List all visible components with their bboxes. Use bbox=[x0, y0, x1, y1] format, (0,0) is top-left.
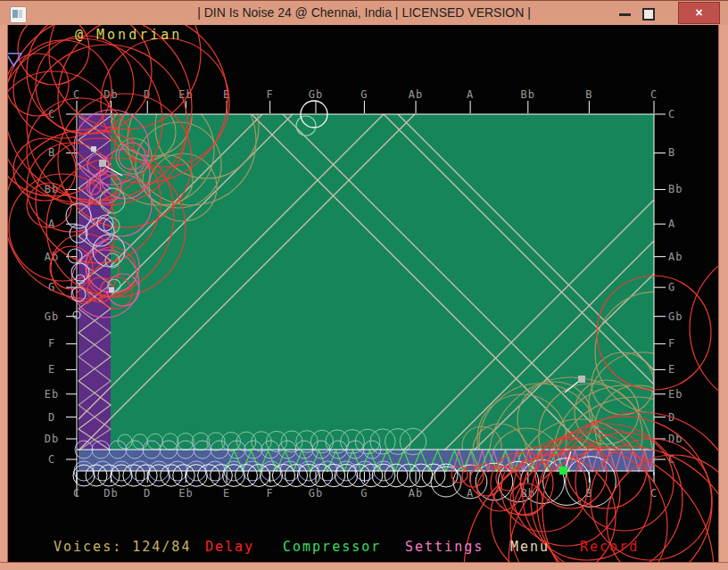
note-label-right-1: B bbox=[668, 146, 675, 159]
menu-button[interactable]: Menu bbox=[510, 539, 550, 555]
note-label-right-8: E bbox=[668, 363, 675, 376]
note-label-left-6: Gb bbox=[45, 310, 59, 323]
note-label-right-9: Eb bbox=[668, 388, 682, 401]
note-label-top-12: C bbox=[650, 88, 658, 101]
note-label-top-10: Bb bbox=[521, 88, 535, 101]
note-label-top-6: Gb bbox=[309, 88, 323, 101]
maximize-icon bbox=[642, 8, 655, 21]
note-label-bottom-6: Gb bbox=[309, 487, 323, 500]
drag-handle[interactable] bbox=[99, 160, 106, 167]
editor-name-label: @ Mondrian bbox=[75, 27, 182, 43]
small-handle[interactable] bbox=[109, 287, 114, 293]
note-label-bottom-0: C bbox=[73, 487, 80, 500]
note-label-bottom-1: Db bbox=[103, 487, 118, 500]
minimize-button[interactable] bbox=[616, 1, 635, 24]
drag-handle[interactable] bbox=[578, 376, 585, 383]
maximize-button[interactable] bbox=[637, 1, 658, 24]
close-button[interactable]: × bbox=[678, 2, 720, 24]
note-label-bottom-2: D bbox=[144, 487, 151, 500]
note-label-right-0: C bbox=[668, 108, 675, 120]
note-label-left-7: F bbox=[48, 337, 55, 350]
window-border-bottom bbox=[0, 562, 728, 570]
window-border-right bbox=[718, 25, 728, 562]
small-handle[interactable] bbox=[91, 146, 96, 152]
note-label-right-4: Ab bbox=[668, 251, 682, 263]
green-drag-handle[interactable] bbox=[559, 467, 567, 475]
statusbar: Voices: 124/84 Delay Compressor Settings… bbox=[0, 539, 728, 558]
note-label-left-8: E bbox=[48, 363, 55, 376]
note-label-bottom-8: Ab bbox=[409, 487, 423, 500]
note-label-top-7: G bbox=[360, 88, 368, 101]
settings-button[interactable]: Settings bbox=[405, 539, 484, 555]
note-label-left-9: Eb bbox=[45, 388, 59, 401]
window-border-left bbox=[0, 25, 8, 562]
note-label-top-5: F bbox=[267, 88, 274, 101]
note-label-bottom-4: E bbox=[223, 487, 230, 500]
record-button[interactable]: Record bbox=[580, 539, 639, 555]
mondrian-canvas[interactable]: CDbDEbEFGbGAbABbBCCDbDEbEFGbGAbABbBCCBBb… bbox=[0, 0, 728, 570]
note-label-bottom-3: Eb bbox=[178, 487, 193, 500]
note-label-right-11: Db bbox=[668, 433, 682, 445]
note-label-top-11: B bbox=[585, 88, 592, 101]
din-window: { "window": { "title": "| DIN Is Noise 2… bbox=[0, 0, 728, 570]
note-label-right-7: F bbox=[668, 337, 675, 350]
titlebar[interactable]: | DIN Is Noise 24 @ Chennai, India | LIC… bbox=[0, 0, 728, 25]
minimize-icon bbox=[619, 13, 631, 16]
note-label-bottom-7: G bbox=[360, 487, 368, 500]
note-label-left-10: D bbox=[48, 411, 55, 424]
note-label-right-2: Bb bbox=[668, 183, 682, 195]
compressor-button[interactable]: Compressor bbox=[283, 539, 381, 555]
note-label-right-6: Gb bbox=[668, 310, 682, 323]
delay-button[interactable]: Delay bbox=[205, 539, 254, 555]
note-label-top-9: A bbox=[467, 88, 474, 101]
note-label-top-8: Ab bbox=[409, 88, 423, 101]
note-label-right-3: A bbox=[668, 218, 675, 230]
note-label-left-11: Db bbox=[45, 433, 59, 445]
voices-readout: Voices: 124/84 bbox=[54, 539, 191, 555]
note-label-bottom-5: F bbox=[267, 487, 274, 500]
note-label-left-12: C bbox=[48, 453, 55, 466]
note-label-right-5: G bbox=[668, 281, 675, 293]
